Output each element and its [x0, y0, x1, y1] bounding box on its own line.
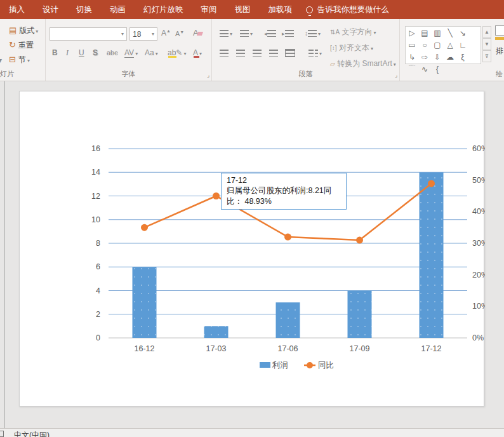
align-left-button[interactable] [220, 48, 229, 57]
font-dialog-launcher-icon[interactable]: ⌟ [207, 72, 209, 78]
line-spacing-icon [308, 30, 317, 37]
proofing-status-icon[interactable] [0, 431, 4, 437]
font-color-button[interactable]: A▾ [193, 48, 202, 57]
shape-arrow-icon[interactable]: ↘ [456, 27, 469, 39]
panel-divider[interactable] [4, 81, 5, 428]
section-button[interactable]: ⊟节▾ [9, 55, 30, 65]
tab-slideshow[interactable]: 幻灯片放映 [135, 0, 192, 19]
shapes-scroll-down-icon[interactable]: ▼ [482, 38, 491, 50]
left-axis-tick: 4 [96, 286, 100, 295]
shrink-font-button[interactable]: A▼ [175, 30, 184, 37]
highlight-color-button[interactable]: ab✎▾ [168, 48, 186, 57]
reset-icon: ↻ [9, 40, 16, 50]
bar-17-12 [420, 172, 444, 338]
left-axis-tick: 0 [96, 333, 100, 342]
shapes-scroll-up-icon[interactable]: ▲ [482, 26, 491, 38]
font-size-combo[interactable]: 18▾ [129, 27, 157, 41]
shape-line-icon[interactable]: ╲ [444, 27, 456, 39]
font-size-dropdown-icon: ▾ [152, 31, 154, 37]
tab-addins[interactable]: 加载项 [260, 0, 302, 19]
change-case-button[interactable]: Aa▾ [145, 48, 158, 57]
align-right-icon [253, 50, 262, 57]
tab-animations[interactable]: 动画 [101, 0, 135, 19]
font-name-combo[interactable]: ▾ [50, 27, 127, 41]
arrange-partial-label[interactable]: 排 [496, 46, 503, 57]
status-bar: 中文(中国) [0, 428, 504, 437]
align-right-button[interactable] [253, 48, 262, 57]
left-axis-tick: 16 [91, 144, 100, 153]
italic-button[interactable]: I [66, 48, 69, 58]
clear-formatting-button[interactable]: A [193, 28, 202, 37]
shape-rectangle-icon[interactable]: ▭ [406, 39, 418, 51]
right-axis-tick: 0% [472, 333, 484, 342]
shape-freeform-icon[interactable]: ☁ [444, 51, 456, 63]
tab-insert[interactable]: 插入 [0, 0, 34, 19]
strikethrough-button[interactable]: abc [107, 49, 118, 57]
align-center-icon [236, 50, 245, 57]
left-axis-tick: 8 [96, 239, 100, 248]
shape-elbow-arrow-icon[interactable]: ↳ [406, 51, 418, 63]
bullets-button[interactable]: ▾ [220, 29, 232, 37]
shape-vertical-textbox-icon[interactable]: ▥ [431, 27, 444, 39]
text-direction-button[interactable]: ⇅A 文字方向▾ [330, 27, 376, 37]
language-status[interactable]: 中文(中国) [14, 430, 50, 437]
editor-canvas: 02468101214160%10%20%30%40%50%60%16-1217… [0, 81, 504, 428]
tab-transitions[interactable]: 切换 [67, 0, 101, 19]
shape-action-button-icon[interactable]: ▷ [406, 27, 418, 39]
shape-ellipse-icon[interactable]: ○ [418, 39, 431, 51]
shape-triangle-icon[interactable]: △ [444, 39, 456, 51]
font-name-dropdown-icon: ▾ [121, 31, 124, 37]
combo-chart[interactable]: 02468101214160%10%20%30%40%50%60%16-1217… [20, 91, 485, 407]
grow-font-button[interactable]: A▲ [161, 29, 171, 37]
shapes-scrollbar[interactable]: ▲ ▼ ⊽ [482, 26, 491, 62]
category-label: 17-06 [278, 344, 298, 353]
category-label: 17-12 [421, 344, 442, 353]
tab-view[interactable]: 视图 [226, 0, 260, 19]
tab-review[interactable]: 审阅 [192, 0, 226, 19]
right-axis-tick: 40% [472, 207, 485, 216]
decrease-indent-button[interactable]: ◂ [264, 29, 276, 37]
new-slide-partial-chevron[interactable]: ▾ [0, 56, 2, 65]
paragraph-dialog-launcher-icon[interactable]: ⌟ [395, 72, 397, 78]
font-color-strip [194, 56, 199, 58]
tooltip-line-value: 归属母公司股东的利润:8.21同 [227, 185, 341, 196]
line-spacing-button[interactable]: ↕▾ [305, 29, 321, 37]
bold-button[interactable]: B [52, 48, 58, 57]
legend-bar-label: 利润 [272, 361, 288, 370]
char-spacing-button[interactable]: AV▾ [124, 48, 138, 57]
shapes-more-icon[interactable]: ⊽ [482, 50, 491, 62]
columns-button[interactable]: ▾ [308, 48, 322, 57]
slides-group-label: 灯片 [0, 69, 45, 79]
bar-16-12 [133, 267, 157, 338]
left-axis-tick: 2 [96, 310, 100, 319]
justify-button[interactable] [269, 48, 278, 57]
text-shadow-button[interactable]: S [93, 48, 98, 57]
align-center-button[interactable] [236, 48, 245, 57]
ribbon-tab-bar: 插入 设计 切换 动画 幻灯片放映 审阅 视图 加载项 告诉我你想要做什么 [0, 0, 504, 19]
eraser-icon [197, 32, 203, 36]
increase-indent-button[interactable]: ▸ [282, 29, 294, 37]
shape-elbow-connector-icon[interactable]: ∟ [456, 39, 469, 51]
shape-down-arrow-icon[interactable]: ⇩ [431, 51, 444, 63]
reset-button[interactable]: ↻重置 [9, 40, 34, 51]
left-axis-tick: 6 [96, 262, 100, 271]
distribute-button[interactable] [286, 48, 295, 57]
convert-smartart-button[interactable]: ▱ 转换为 SmartArt▾ [330, 58, 396, 69]
shape-right-arrow-icon[interactable]: ⇨ [418, 51, 431, 63]
shape-scribble-icon[interactable]: ξ [456, 51, 469, 63]
underline-button[interactable]: U [79, 48, 84, 57]
tab-design[interactable]: 设计 [34, 0, 67, 19]
tell-me-box[interactable]: 告诉我你想要做什么 [306, 4, 389, 15]
legend-line-marker [307, 362, 313, 368]
highlight-color-strip [168, 56, 176, 58]
shape-rounded-rect-icon[interactable]: ▢ [431, 39, 444, 51]
slide[interactable]: 02468101214160%10%20%30%40%50%60%16-1217… [19, 91, 484, 407]
layout-button[interactable]: ▤版式▾ [9, 25, 38, 36]
shape-textbox-icon[interactable]: ▤ [418, 27, 431, 39]
drawing-group: ▷ ▤ ▥ ╲ ↘ ▭ ○ ▢ △ ∟ ↳ ⇨ ⇩ ☁ ξ ⌒ ∿ { ▲ [400, 19, 504, 81]
bar-17-06 [276, 302, 300, 338]
align-text-button[interactable]: [↕] 对齐文本▾ [330, 43, 373, 53]
numbering-button[interactable]: ▾ [240, 29, 253, 37]
arrange-partial-icon[interactable] [495, 25, 504, 36]
text-direction-icon: ⇅A [330, 29, 340, 36]
